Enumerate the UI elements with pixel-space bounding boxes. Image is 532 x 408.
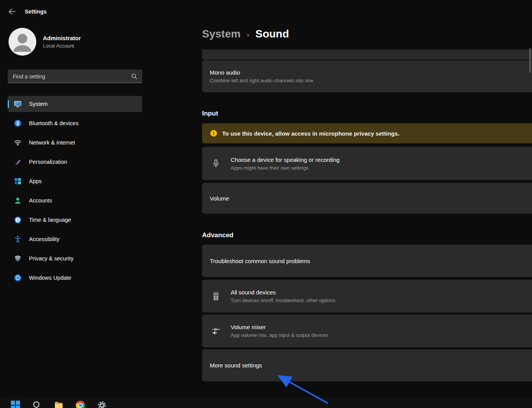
- search-box[interactable]: [8, 70, 142, 83]
- volume-mixer-icon: [211, 326, 221, 336]
- start-button[interactable]: [11, 401, 20, 408]
- volume-mixer-title: Volume mixer: [231, 324, 328, 330]
- folder-icon: [54, 401, 63, 408]
- profile-name: Administrator: [43, 35, 81, 41]
- mono-audio-subtitle: Combine left and right audio channels in…: [210, 78, 313, 83]
- sidebar-item-label: Apps: [29, 178, 42, 184]
- choose-input-device-card[interactable]: Choose a device for speaking or recordin…: [202, 147, 532, 180]
- sidebar-item-personalization[interactable]: Personalization: [8, 154, 142, 170]
- clipped-card[interactable]: [202, 49, 532, 60]
- search-icon: [131, 73, 137, 79]
- avatar: [8, 28, 36, 56]
- choose-device-subtitle: Apps might have their own settings: [231, 165, 340, 171]
- update-refresh-icon: [14, 274, 22, 282]
- chevron-right-icon: ›: [247, 29, 249, 39]
- chrome-icon: [76, 401, 85, 408]
- all-sound-devices-card[interactable]: All sound devices Turn devices on/off, t…: [202, 280, 532, 313]
- accessibility-person-icon: [14, 235, 22, 243]
- sidebar-item-time-language[interactable]: Time & language: [8, 212, 142, 228]
- volume-mixer-card[interactable]: Volume mixer App volume mix, app input &…: [202, 314, 532, 347]
- page-title: Sound: [255, 28, 289, 40]
- search-circle-icon: [33, 401, 39, 408]
- app-title: Settings: [25, 8, 47, 15]
- sidebar-item-network-internet[interactable]: Network & internet: [8, 134, 142, 151]
- profile-text: Administrator Local Account: [43, 35, 81, 49]
- mono-audio-title: Mono audio: [210, 69, 313, 76]
- taskbar-search-button[interactable]: [32, 401, 42, 408]
- vertical-scrollbar-thumb[interactable]: [529, 48, 531, 73]
- settings-app-button[interactable]: [97, 401, 107, 408]
- more-sound-settings-label: More sound settings: [210, 362, 262, 369]
- sidebar-item-label: Personalization: [29, 159, 67, 165]
- sidebar-item-label: Privacy & security: [29, 255, 73, 262]
- sidebar-item-label: Accessibility: [29, 236, 59, 242]
- choose-device-title: Choose a device for speaking or recordin…: [231, 156, 340, 163]
- search-input[interactable]: [13, 73, 131, 80]
- input-volume-label: Volume: [210, 195, 229, 202]
- troubleshoot-card[interactable]: Troubleshoot common sound problems: [202, 245, 532, 277]
- sidebar-item-apps[interactable]: Apps: [8, 173, 142, 189]
- profile-account-type: Local Account: [43, 43, 81, 49]
- sidebar-item-windows-update[interactable]: Windows Update: [8, 270, 142, 286]
- input-volume-card[interactable]: Volume: [202, 183, 532, 214]
- paintbrush-icon: [14, 158, 22, 166]
- back-button[interactable]: [8, 8, 15, 15]
- sidebar-item-accounts[interactable]: Accounts: [8, 192, 142, 209]
- warning-text: To use this device, allow access in micr…: [222, 130, 399, 137]
- troubleshoot-label: Troubleshoot common sound problems: [210, 258, 310, 264]
- shield-icon: [14, 255, 22, 262]
- apps-grid-icon: [14, 177, 22, 185]
- mono-audio-card[interactable]: Mono audio Combine left and right audio …: [202, 60, 532, 92]
- bluetooth-icon: [14, 119, 22, 127]
- sidebar-item-label: Bluetooth & devices: [29, 120, 78, 126]
- sidebar-item-privacy-security[interactable]: Privacy & security: [8, 250, 142, 267]
- settings-window: Settings Administrator Local Account: [0, 0, 532, 408]
- titlebar: Settings: [0, 0, 47, 23]
- speaker-device-icon: [211, 292, 221, 301]
- breadcrumb-parent[interactable]: System: [202, 28, 241, 40]
- clock-icon: [14, 216, 22, 224]
- microphone-privacy-warning: To use this device, allow access in micr…: [202, 123, 532, 143]
- person-silhouette-icon: [8, 28, 36, 56]
- more-sound-settings-card[interactable]: More sound settings: [202, 349, 532, 381]
- chrome-button[interactable]: [76, 401, 85, 408]
- sidebar-item-accessibility[interactable]: Accessibility: [8, 231, 142, 247]
- wifi-icon: [14, 139, 22, 146]
- file-explorer-button[interactable]: [54, 401, 63, 408]
- system-icon: [14, 100, 22, 108]
- sidebar-nav: System Bluetooth & devices Network & int…: [8, 96, 142, 286]
- warning-icon: [210, 130, 217, 137]
- sidebar-item-label: System: [29, 101, 48, 107]
- selection-indicator: [8, 100, 9, 108]
- gear-icon: [97, 401, 107, 408]
- settings-content: Mono audio Combine left and right audio …: [202, 49, 532, 386]
- sidebar-item-system[interactable]: System: [8, 96, 142, 112]
- arrow-left-icon: [8, 8, 15, 15]
- all-sound-devices-title: All sound devices: [231, 289, 335, 296]
- user-profile: Administrator Local Account: [8, 28, 81, 56]
- account-person-icon: [14, 197, 22, 204]
- advanced-section-heading: Advanced: [202, 231, 532, 240]
- sidebar-item-label: Windows Update: [29, 275, 71, 281]
- input-section-heading: Input: [202, 110, 532, 118]
- sidebar-item-label: Accounts: [29, 197, 52, 204]
- microphone-icon: [211, 159, 221, 168]
- sidebar-item-bluetooth-devices[interactable]: Bluetooth & devices: [8, 115, 142, 131]
- windows-logo-icon: [11, 401, 20, 408]
- taskbar: [0, 398, 532, 408]
- volume-mixer-subtitle: App volume mix, app input & output devic…: [231, 332, 328, 338]
- sidebar-item-label: Time & language: [29, 217, 71, 223]
- breadcrumb: System › Sound: [202, 28, 289, 40]
- sidebar-item-label: Network & internet: [29, 139, 75, 146]
- all-sound-devices-subtitle: Turn devices on/off, troubleshoot, other…: [231, 298, 335, 303]
